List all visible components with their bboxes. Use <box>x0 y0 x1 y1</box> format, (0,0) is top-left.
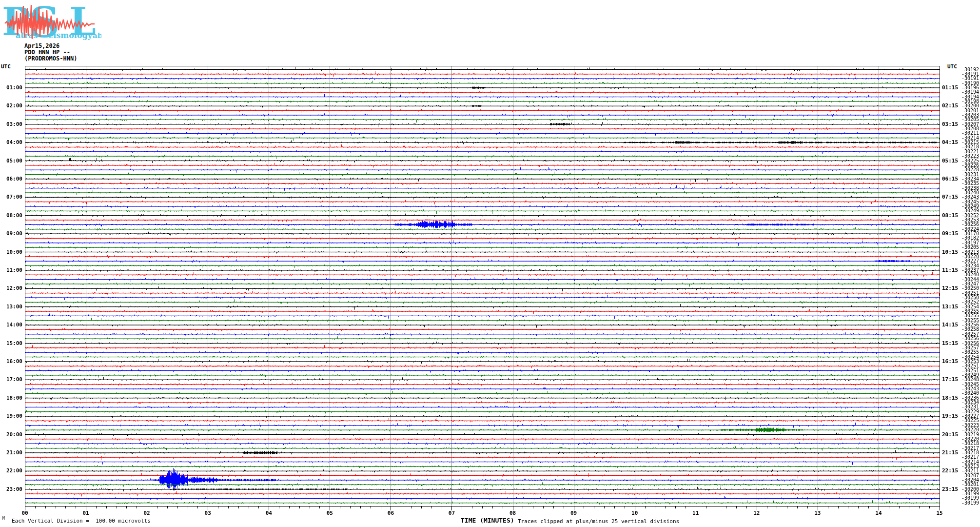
right-hour-label: 16:15 <box>942 358 958 365</box>
left-hour-label: 22:00 <box>0 467 22 474</box>
right-hour-label: 18:15 <box>942 395 958 401</box>
right-hour-label: 03:15 <box>942 121 958 127</box>
right-hour-label: 14:15 <box>942 322 958 328</box>
left-hour-label: 12:00 <box>0 285 22 291</box>
x-tick-label: 02 <box>139 510 154 516</box>
x-tick-label: 04 <box>261 510 276 516</box>
x-tick-label: 14 <box>871 510 886 516</box>
x-tick-label: 09 <box>567 510 581 516</box>
left-hour-label: 02:00 <box>0 102 22 109</box>
scale-note: Each Vertical Division = 100.00 microvol… <box>12 518 151 524</box>
left-hour-label: 17:00 <box>0 376 22 383</box>
left-hour-label: 13:00 <box>0 304 22 310</box>
left-hour-label: 15:00 <box>0 340 22 346</box>
left-hour-label: 05:00 <box>0 158 22 164</box>
left-hour-label: 01:00 <box>0 84 22 91</box>
left-hour-label: 21:00 <box>0 449 22 456</box>
clip-note: Traces clipped at plus/minus 25 vertical… <box>518 518 679 525</box>
left-hour-label: 03:00 <box>0 121 22 127</box>
left-hour-label: 23:00 <box>0 486 22 492</box>
x-tick-label: 03 <box>200 510 215 516</box>
trace-offset-value: -30199 <box>961 501 979 506</box>
corner-glyph: M <box>2 516 5 521</box>
left-hour-label: 06:00 <box>0 176 22 182</box>
helicorder-plot <box>0 0 980 527</box>
x-tick-label: 06 <box>383 510 398 516</box>
left-hour-label: 16:00 <box>0 358 22 365</box>
right-hour-label: 01:15 <box>942 84 958 91</box>
right-hour-label: 17:15 <box>942 376 958 383</box>
left-hour-label: 07:00 <box>0 194 22 200</box>
x-tick-label: 00 <box>18 510 32 516</box>
left-hour-label: 09:00 <box>0 230 22 237</box>
left-hour-label: 19:00 <box>0 413 22 419</box>
right-hour-label: 12:15 <box>942 285 958 291</box>
left-hour-label: 04:00 <box>0 139 22 145</box>
left-hour-label: 14:00 <box>0 322 22 328</box>
x-tick-label: 12 <box>749 510 764 516</box>
right-hour-label: 08:15 <box>942 212 958 219</box>
left-hour-label: 11:00 <box>0 267 22 273</box>
right-hour-label: 10:15 <box>942 249 958 255</box>
left-hour-label: 18:00 <box>0 395 22 401</box>
right-hour-label: 15:15 <box>942 340 958 346</box>
left-hour-label: 08:00 <box>0 212 22 219</box>
x-tick-label: 08 <box>506 510 520 516</box>
right-hour-label: 04:15 <box>942 139 958 145</box>
x-tick-label: 01 <box>78 510 93 516</box>
x-tick-label: 13 <box>810 510 825 516</box>
x-tick-label: 15 <box>932 510 947 516</box>
x-axis-title: TIME (MINUTES) <box>461 517 514 524</box>
right-hour-label: 06:15 <box>942 176 958 182</box>
right-hour-label: 09:15 <box>942 230 958 237</box>
right-hour-label: 05:15 <box>942 158 958 164</box>
right-hour-label: 02:15 <box>942 102 958 109</box>
right-hour-label: 21:15 <box>942 449 958 456</box>
right-hour-label: 07:15 <box>942 194 958 200</box>
right-hour-label: 22:15 <box>942 467 958 474</box>
right-hour-label: 19:15 <box>942 413 958 419</box>
left-hour-label: 20:00 <box>0 431 22 438</box>
x-tick-label: 07 <box>444 510 459 516</box>
x-tick-label: 10 <box>627 510 642 516</box>
right-hour-label: 13:15 <box>942 304 958 310</box>
right-hour-label: 23:15 <box>942 486 958 492</box>
right-hour-label: 20:15 <box>942 431 958 438</box>
left-hour-label: 10:00 <box>0 249 22 255</box>
right-hour-label: 11:15 <box>942 267 958 273</box>
x-tick-label: 05 <box>322 510 337 516</box>
x-tick-label: 11 <box>688 510 703 516</box>
